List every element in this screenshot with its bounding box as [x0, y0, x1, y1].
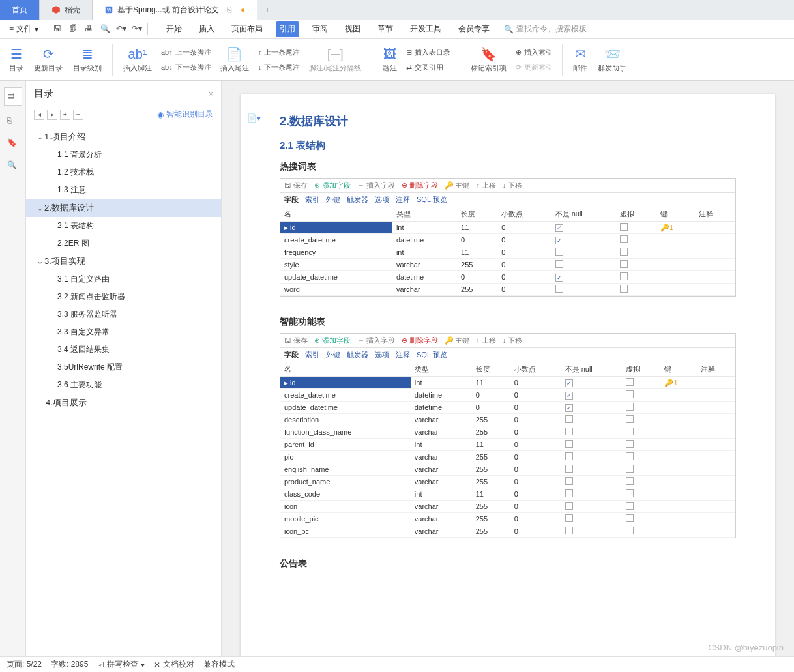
undo-icon[interactable]: ↶▾ [116, 24, 126, 35]
table-row[interactable]: update_datetimedatetime00 [280, 402, 735, 414]
add-field-btn[interactable]: ⊕ 添加字段 [314, 336, 351, 345]
outline-item[interactable]: 1.项目介绍 [26, 128, 221, 146]
outline-item[interactable]: 3.5UrlRewrite 配置 [26, 358, 221, 376]
db-subtab[interactable]: 外键 [326, 350, 340, 360]
outline-item[interactable]: 3.1 自定义路由 [26, 270, 221, 288]
spell-check[interactable]: ☑拼写检查▾ [97, 659, 145, 670]
notnull-checkbox[interactable] [555, 248, 563, 256]
smart-toc-button[interactable]: ◉智能识别目录 [157, 109, 213, 120]
file-menu[interactable]: ≡文件▾ [5, 21, 42, 37]
collapse-icon[interactable]: − [73, 110, 83, 120]
outline-item[interactable]: 1.1 背景分析 [26, 146, 221, 164]
virtual-checkbox[interactable] [626, 403, 634, 411]
table-row[interactable]: picvarchar2550 [280, 451, 735, 463]
toc-button[interactable]: ☰目录 [5, 44, 27, 76]
notnull-checkbox[interactable] [565, 465, 573, 473]
fn-separator-button[interactable]: [─]脚注/尾注分隔线 [305, 44, 365, 76]
notnull-checkbox[interactable] [555, 224, 563, 232]
command-search[interactable]: 🔍 查找命令、搜索模板 [504, 23, 587, 35]
mail-button[interactable]: ✉邮件 [569, 44, 591, 76]
db-subtab[interactable]: 选项 [375, 350, 389, 360]
page-action-icon[interactable]: 📄▾ [247, 113, 261, 123]
save-as-icon[interactable]: 🗐 [69, 24, 80, 35]
virtual-checkbox[interactable] [620, 285, 628, 293]
tab-home[interactable]: 首页 [0, 0, 40, 20]
table-row[interactable]: class_codeint110 [280, 488, 735, 501]
table-row[interactable]: stylevarchar2550 [280, 259, 735, 271]
tab-share-icon[interactable]: ⎘ [227, 5, 231, 14]
outline-item[interactable]: 2.1 表结构 [26, 217, 221, 235]
insert-field-btn[interactable]: → 插入字段 [357, 181, 395, 190]
proof-read[interactable]: ✕文档校对 [154, 659, 194, 670]
virtual-checkbox[interactable] [626, 502, 634, 510]
prev-endnote-button[interactable]: ↑上一条尾注 [256, 46, 303, 59]
notnull-checkbox[interactable] [565, 477, 573, 485]
word-count[interactable]: 字数: 2895 [51, 659, 88, 670]
insert-footnote-button[interactable]: ab¹插入脚注 [119, 44, 156, 76]
virtual-checkbox[interactable] [626, 527, 634, 534]
update-index-button[interactable]: ⟳更新索引 [513, 61, 555, 74]
notnull-checkbox[interactable] [565, 527, 573, 534]
db-subtab[interactable]: 触发器 [347, 195, 368, 205]
virtual-checkbox[interactable] [626, 477, 634, 485]
outline-item[interactable]: 2.2ER 图 [26, 235, 221, 252]
print-icon[interactable]: 🖶 [85, 24, 95, 35]
move-up-btn[interactable]: ↑ 上移 [476, 181, 496, 190]
prev-footnote-button[interactable]: ab↑上一条脚注 [158, 46, 214, 59]
mark-index-button[interactable]: 🔖标记索引项 [467, 44, 510, 76]
virtual-checkbox[interactable] [620, 272, 628, 280]
table-row[interactable]: english_namevarchar2550 [280, 463, 735, 476]
notnull-checkbox[interactable] [565, 404, 573, 412]
style-rail-icon[interactable]: ⎘ [7, 116, 19, 128]
notnull-checkbox[interactable] [565, 514, 573, 522]
insert-index-button[interactable]: ⊕插入索引 [513, 46, 555, 59]
virtual-checkbox[interactable] [626, 465, 634, 473]
table-row[interactable]: parent_idint110 [280, 439, 735, 451]
menu-tab-章节[interactable]: 章节 [374, 21, 397, 37]
notnull-checkbox[interactable] [555, 285, 563, 293]
virtual-checkbox[interactable] [626, 378, 634, 386]
virtual-checkbox[interactable] [626, 415, 634, 423]
outline-item[interactable]: 3.3 自定义异常 [26, 323, 221, 341]
menu-tab-页面布局[interactable]: 页面布局 [228, 21, 267, 37]
insert-field-btn[interactable]: → 插入字段 [357, 336, 395, 345]
notnull-checkbox[interactable] [565, 428, 573, 435]
virtual-checkbox[interactable] [620, 260, 628, 268]
table-row[interactable]: mobile_picvarchar2550 [280, 513, 735, 525]
save-icon[interactable]: 🖫 [53, 24, 64, 35]
outline-item[interactable]: 3.3 服务器监听器 [26, 306, 221, 323]
search-rail-icon[interactable]: 🔍 [7, 160, 19, 172]
outline-item[interactable]: 3.项目实现 [26, 252, 221, 270]
redo-icon[interactable]: ↷▾ [132, 24, 142, 35]
tab-document[interactable]: W 基于Spring...现 前台设计论文 ⎘ ● [93, 0, 257, 20]
menu-tab-会员专享[interactable]: 会员专享 [454, 21, 493, 37]
next-footnote-button[interactable]: ab↓下一条脚注 [158, 61, 214, 74]
table-row[interactable]: update_datetimedatetime00 [280, 271, 735, 284]
table-row[interactable]: wordvarchar2550 [280, 284, 735, 296]
notnull-checkbox[interactable] [565, 415, 573, 423]
menu-tab-引用[interactable]: 引用 [276, 21, 299, 37]
table-row[interactable]: create_datetimedatetime00 [280, 389, 735, 402]
db-subtab[interactable]: SQL 预览 [417, 195, 447, 205]
notnull-checkbox[interactable] [565, 502, 573, 510]
move-down-btn[interactable]: ↓ 下移 [503, 336, 523, 345]
move-up-btn[interactable]: ↑ 上移 [476, 336, 496, 345]
notnull-checkbox[interactable] [565, 392, 573, 400]
outline-item[interactable]: 3.2 新闻点击监听器 [26, 288, 221, 306]
tab-add-button[interactable]: ＋ [257, 0, 277, 20]
menu-tab-插入[interactable]: 插入 [195, 21, 218, 37]
outline-item[interactable]: 1.2 技术栈 [26, 164, 221, 181]
db-subtab[interactable]: 触发器 [347, 350, 368, 360]
close-icon[interactable]: × [209, 89, 213, 98]
save-btn[interactable]: 🖫 保存 [284, 181, 308, 190]
table-row[interactable]: descriptionvarchar2550 [280, 414, 735, 426]
virtual-checkbox[interactable] [626, 390, 634, 398]
notnull-checkbox[interactable] [565, 440, 573, 448]
notnull-checkbox[interactable] [565, 379, 573, 387]
outline-item[interactable]: 1.3 注意 [26, 181, 221, 199]
compat-mode[interactable]: 兼容模式 [203, 659, 235, 670]
db-subtab[interactable]: 索引 [305, 195, 319, 205]
cross-ref-button[interactable]: ⇄交叉引用 [404, 61, 453, 74]
table-row[interactable]: ▸ idint110🔑1 [280, 222, 735, 234]
insert-figure-button[interactable]: ⊞插入表目录 [404, 46, 453, 59]
